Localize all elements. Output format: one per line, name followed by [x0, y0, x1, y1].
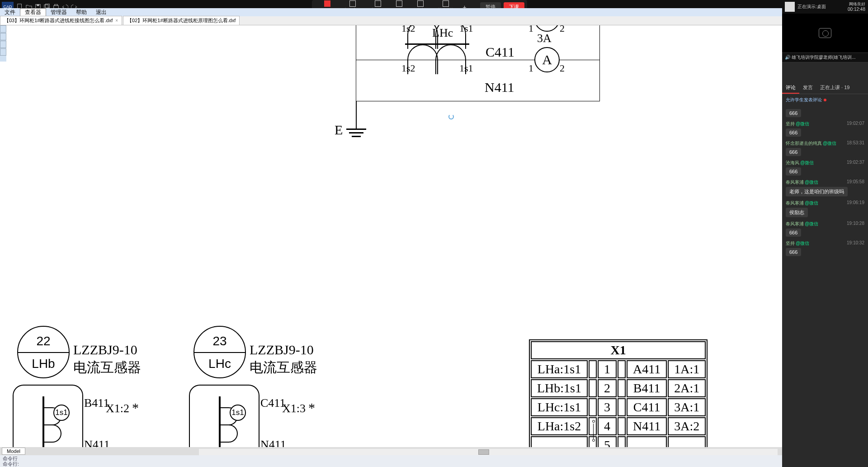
x1-cell: 3A:1: [668, 398, 706, 416]
terminal-label: 1s2: [401, 25, 415, 34]
speaker-label: 🔊 雄飞培训学院廖老师(雄飞培训...: [782, 52, 868, 62]
avatar: [785, 2, 795, 12]
doc-tab-2[interactable]: 【02】环网柜1#断路器式进线柜原理图怎么看.dxf: [123, 16, 240, 25]
doc-tab-2-label: 【02】环网柜1#断路器式进线柜原理图怎么看.dxf: [127, 17, 236, 24]
x1-terminal-table: X1 LHa:1s1 1 A411 1A:1 LHb:1s1 2 B411 2A…: [529, 339, 708, 452]
chat-message: 怀念那逝去的纯真@微信18:53:31666: [782, 138, 868, 158]
coil-icon: [407, 44, 466, 60]
document-tabs: 【03】环网柜1#断路器式进线柜接线图怎么看.dxf× 【02】环网柜1#断路器…: [0, 16, 782, 25]
ground-icon: [352, 136, 361, 137]
signal-label: 网络良好: [848, 2, 865, 7]
menu-manager[interactable]: 管理器: [46, 9, 71, 16]
notification-dot-icon: [824, 99, 826, 101]
menu-help[interactable]: 帮助: [71, 9, 91, 16]
component-bubble: 23 LHc: [193, 326, 246, 378]
close-icon[interactable]: ×: [115, 18, 118, 23]
pin-label: 1: [528, 62, 533, 74]
chat-bubble: 666: [786, 229, 801, 237]
chat-message: 春风寒浦@微信19:05:58老师，这是咱们的班级吗: [782, 177, 868, 198]
camera-preview[interactable]: [782, 14, 868, 52]
menu-file[interactable]: 文件: [0, 9, 20, 16]
ct-symbol-box: 1s1: [13, 385, 83, 452]
wire-label: C411: [486, 44, 514, 60]
loading-spinner-icon: [448, 114, 454, 119]
component-number: 23: [194, 334, 245, 348]
wire-line: [356, 60, 599, 60]
chat-bubble: 侯励志: [786, 208, 808, 217]
star-mark: *: [132, 400, 139, 415]
rating-label: 3A: [537, 32, 552, 45]
x1-cell: N411: [627, 417, 667, 435]
chat-bubble: 666: [786, 109, 801, 117]
chat-message: 沧海风@微信19:02:37666: [782, 158, 868, 177]
doc-tab-1[interactable]: 【03】环网柜1#断路器式进线柜接线图怎么看.dxf×: [0, 16, 122, 25]
chat-tabs: 评论 发言 正在上课 · 19: [782, 82, 868, 94]
ct-symbol-box: 1s1: [189, 385, 259, 452]
coil-ref-label: LHc: [432, 26, 453, 40]
component-ref: LHc: [194, 357, 245, 371]
menu-exit[interactable]: 退出: [91, 9, 111, 16]
component-ref: LHb: [18, 357, 69, 371]
x1-cell: 1A:1: [668, 360, 706, 378]
ground-icon: [349, 132, 363, 133]
x1-cell: LHc:1s1: [531, 398, 588, 416]
ground-icon: [346, 129, 366, 130]
tab-attendees[interactable]: 正在上课 · 19: [816, 82, 853, 94]
tab-comments[interactable]: 评论: [782, 82, 799, 94]
x1-cell: LHa:1s1: [531, 360, 588, 378]
chat-bubble: 666: [786, 248, 801, 256]
menu-bar: 文件 查看器 管理器 帮助 退出: [0, 8, 868, 16]
x1-title: X1: [531, 341, 706, 359]
command-history: 命令行: [3, 456, 779, 461]
x1-cell: 1: [598, 360, 617, 378]
x1-cell: 2: [598, 379, 617, 397]
chat-bubble: 666: [786, 167, 801, 176]
x1-jumper: [589, 360, 597, 378]
model-tab[interactable]: Model: [2, 448, 25, 455]
wire-line: [356, 101, 357, 129]
scrollbar-thumb[interactable]: [478, 449, 489, 455]
terminal-label: 1s1: [459, 62, 473, 74]
ammeter-icon: A: [534, 25, 560, 32]
wire-label: N411: [485, 80, 514, 95]
ground-label: E: [335, 122, 343, 138]
chat-list: 坚持@微信19:02:07666怀念那逝去的纯真@微信18:53:31666沧海…: [782, 119, 868, 258]
chat-message: 春风寒浦@微信19:10:28666: [782, 219, 868, 238]
chat-bubble: 666: [786, 129, 801, 137]
terminal-label: 1s2: [401, 62, 415, 74]
doc-tab-1-label: 【03】环网柜1#断路器式进线柜接线图怎么看.dxf: [4, 17, 113, 24]
x1-cell: 4: [598, 417, 617, 435]
ammeter-icon: A: [534, 47, 560, 72]
camera-icon: [819, 28, 831, 38]
x1-cell: A411: [627, 360, 667, 378]
pin-label: 2: [560, 62, 565, 74]
pin-label: 1: [528, 25, 533, 34]
menu-viewer[interactable]: 查看器: [20, 8, 46, 16]
terminal-ref: X1:3: [282, 402, 306, 415]
drawing-canvas[interactable]: 1s2 LHc 1s1 1 2 A 1s2 1s1 C411 3A A 1 2 …: [6, 25, 782, 452]
meeting-side-panel: 正在演示:桌面 网络良好 00:12:48 🔊 雄飞培训学院廖老师(雄飞培训..…: [782, 0, 868, 467]
star-mark: *: [308, 400, 315, 415]
x1-cell: 3A:2: [668, 417, 706, 435]
x1-cell: LHb:1s1: [531, 379, 588, 397]
left-tool-ribbon[interactable]: [0, 25, 6, 62]
component-bubble: 22 LHb: [17, 326, 70, 378]
component-model: LZZBJ9-10: [73, 342, 137, 357]
command-bar[interactable]: 命令行 命令行:: [0, 455, 782, 467]
x1-cell: LHa:1s2: [531, 417, 588, 435]
component-desc: 电流互感器: [73, 358, 141, 377]
x1-cell: 2A:1: [668, 379, 706, 397]
x1-cell: 3: [598, 398, 617, 416]
tab-speak[interactable]: 发言: [799, 82, 816, 94]
node-label: 1s1: [230, 405, 246, 421]
chat-message: 666: [782, 106, 868, 119]
schematic-block: 1s2 LHc 1s1 1 2 A 1s2 1s1 C411 3A A 1 2 …: [356, 25, 600, 101]
svg-rect-2: [37, 5, 39, 6]
presenter-status: 正在演示:桌面: [797, 4, 826, 10]
horizontal-scrollbar[interactable]: [199, 449, 778, 455]
chat-bubble: 666: [786, 148, 801, 156]
component-desc: 电流互感器: [250, 358, 317, 377]
allow-comments-toggle[interactable]: 允许学生发表评论: [782, 94, 868, 106]
chat-message: 春风寒浦@微信19:06:19侯励志: [782, 198, 868, 219]
x1-cell: B411: [627, 379, 667, 397]
